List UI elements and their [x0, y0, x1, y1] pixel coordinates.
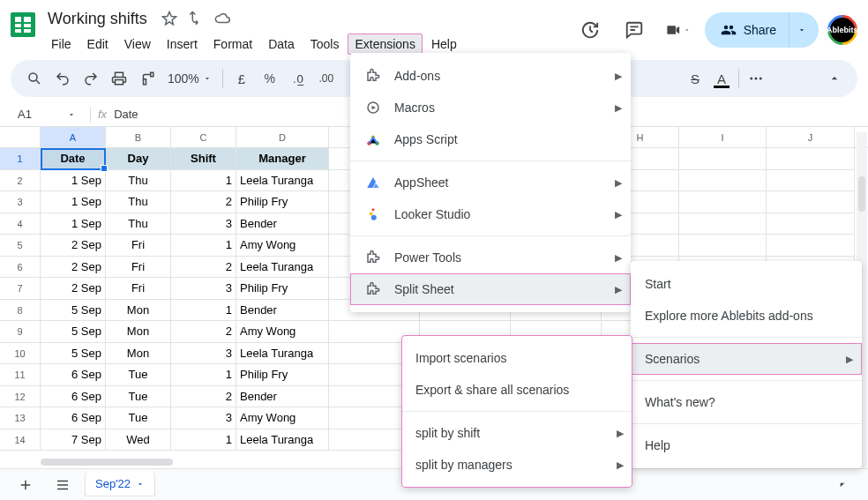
add-sheet-button[interactable]: [11, 472, 41, 498]
cell[interactable]: Tue: [106, 386, 171, 408]
row-header[interactable]: 5: [0, 235, 41, 257]
undo-icon[interactable]: [49, 65, 76, 92]
ext-appsscript[interactable]: Apps Script: [350, 123, 631, 155]
row-header[interactable]: 8: [0, 300, 41, 322]
row-header[interactable]: 3: [0, 191, 41, 213]
col-header-C[interactable]: C: [171, 127, 236, 147]
scen-by-managers[interactable]: split by managers▶: [401, 449, 632, 481]
cell[interactable]: [767, 191, 855, 213]
cell[interactable]: Fri: [106, 257, 171, 279]
cell[interactable]: 5 Sep: [41, 300, 106, 322]
col-header-D[interactable]: D: [236, 127, 329, 147]
row-header[interactable]: 6: [0, 257, 41, 279]
cell[interactable]: Fri: [106, 278, 171, 300]
row-header[interactable]: 13: [0, 407, 41, 429]
cell[interactable]: Amy Wong: [236, 235, 329, 257]
menu-extensions[interactable]: Extensions: [348, 34, 422, 55]
sheets-logo[interactable]: [11, 12, 35, 37]
cell[interactable]: 3: [171, 278, 236, 300]
cell[interactable]: 2: [171, 386, 236, 408]
cell[interactable]: 6 Sep: [41, 364, 106, 386]
cell[interactable]: [679, 148, 767, 170]
cell[interactable]: 3: [171, 343, 236, 365]
increase-decimal-button[interactable]: .00: [313, 65, 340, 92]
col-header-A[interactable]: A: [41, 127, 106, 147]
cell[interactable]: Bender: [236, 213, 329, 235]
redo-icon[interactable]: [78, 65, 104, 92]
share-button[interactable]: Share: [705, 12, 819, 48]
row-header[interactable]: 11: [0, 364, 41, 386]
col-header-B[interactable]: B: [106, 127, 171, 147]
split-help[interactable]: Help: [631, 429, 862, 461]
col-header-I[interactable]: I: [679, 127, 767, 147]
cell[interactable]: Wed: [106, 429, 171, 451]
cell[interactable]: [679, 170, 767, 192]
split-start[interactable]: Start: [631, 268, 862, 300]
zoom-select[interactable]: 100%: [162, 71, 217, 86]
cell[interactable]: 2 Sep: [41, 257, 106, 279]
menu-file[interactable]: File: [44, 34, 79, 55]
meet-button[interactable]: [661, 12, 696, 48]
cell[interactable]: 1 Sep: [41, 170, 106, 192]
cell[interactable]: Date: [41, 148, 106, 170]
cell[interactable]: Leela Turanga: [236, 343, 329, 365]
cell[interactable]: Bender: [236, 300, 329, 322]
scen-import[interactable]: Import scenarios: [401, 342, 632, 374]
cell[interactable]: Philip Fry: [236, 278, 329, 300]
collapse-toolbar-icon[interactable]: [827, 71, 842, 86]
cell[interactable]: [679, 213, 767, 235]
cell[interactable]: 2: [171, 321, 236, 343]
ext-appsheet[interactable]: AppSheet▶: [350, 167, 631, 198]
cell[interactable]: 3: [171, 213, 236, 235]
share-dropdown[interactable]: [789, 12, 813, 48]
document-title[interactable]: Working shifts: [44, 8, 151, 30]
search-menu-icon[interactable]: [21, 65, 48, 92]
cell[interactable]: 3: [171, 407, 236, 429]
cell[interactable]: 2: [171, 191, 236, 213]
ext-addons[interactable]: Add-ons▶: [350, 60, 631, 92]
cell[interactable]: Philip Fry: [236, 364, 329, 386]
cell[interactable]: [679, 191, 767, 213]
currency-pound-button[interactable]: £: [228, 65, 255, 92]
cell[interactable]: Leela Turanga: [236, 257, 329, 279]
ext-powertools[interactable]: Power Tools▶: [350, 242, 631, 273]
row-header[interactable]: 14: [0, 429, 41, 451]
cell[interactable]: [767, 213, 855, 235]
cell[interactable]: Philip Fry: [236, 191, 329, 213]
cell[interactable]: 1 Sep: [41, 191, 106, 213]
cell[interactable]: Tue: [106, 364, 171, 386]
cell[interactable]: Mon: [106, 321, 171, 343]
cell[interactable]: Leela Turanga: [236, 429, 329, 451]
cell[interactable]: Mon: [106, 300, 171, 322]
all-sheets-button[interactable]: [48, 472, 78, 498]
select-all-corner[interactable]: [0, 127, 41, 148]
paint-format-icon[interactable]: [134, 65, 161, 92]
ext-splitsheet[interactable]: Split Sheet▶: [350, 273, 631, 305]
row-header[interactable]: 10: [0, 343, 41, 365]
name-box[interactable]: A1: [9, 108, 83, 121]
account-avatar[interactable]: Ablebits: [821, 9, 864, 51]
split-explore-addons[interactable]: Explore more Ablebits add-ons: [631, 300, 862, 332]
cell[interactable]: Thu: [106, 191, 171, 213]
cell[interactable]: 2 Sep: [41, 235, 106, 257]
cell[interactable]: 1: [171, 300, 236, 322]
cell[interactable]: 1: [171, 170, 236, 192]
cell[interactable]: Leela Turanga: [236, 170, 329, 192]
cell[interactable]: 5 Sep: [41, 321, 106, 343]
row-header[interactable]: 4: [0, 213, 41, 235]
ext-looker[interactable]: Looker Studio▶: [350, 198, 631, 230]
star-icon[interactable]: [161, 11, 177, 26]
col-header-J[interactable]: J: [767, 127, 855, 147]
cell[interactable]: 1: [171, 235, 236, 257]
cell[interactable]: [679, 235, 767, 257]
cell[interactable]: 7 Sep: [41, 429, 106, 451]
scen-by-shift[interactable]: split by shift▶: [401, 417, 632, 449]
cell[interactable]: Mon: [106, 343, 171, 365]
menu-help[interactable]: Help: [424, 34, 464, 55]
text-color-button[interactable]: A: [708, 65, 735, 92]
cell[interactable]: Day: [106, 148, 171, 170]
cell[interactable]: Manager: [236, 148, 329, 170]
ext-macros[interactable]: Macros▶: [350, 92, 631, 123]
menu-edit[interactable]: Edit: [80, 34, 116, 55]
cell[interactable]: 2: [171, 257, 236, 279]
